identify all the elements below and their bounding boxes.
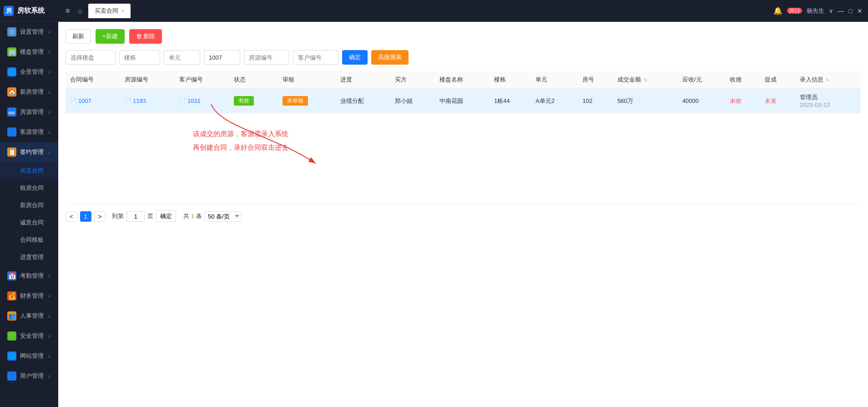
- room-filter[interactable]: [204, 50, 240, 65]
- chevron-down-icon: ∨: [48, 50, 51, 55]
- chevron-down-icon: ∨: [48, 294, 51, 299]
- chevron-down-icon: ∨: [48, 314, 51, 319]
- house-icon: 🏘: [7, 107, 16, 117]
- home-icon[interactable]: ⌂: [75, 5, 85, 16]
- hr-icon: 👥: [7, 311, 16, 321]
- sidebar-sub-item-new-contract[interactable]: 新房合同: [0, 197, 58, 214]
- sidebar-item-security[interactable]: 🛡 安全管理 ∨: [0, 326, 58, 346]
- sidebar-item-newhouse[interactable]: 🏠 新房管理 ∨: [0, 82, 58, 102]
- prev-page-button[interactable]: <: [66, 211, 77, 222]
- sidebar-item-contract[interactable]: 📋 签约管理 ∧: [0, 142, 58, 162]
- notification-icon[interactable]: 🔔: [773, 6, 782, 15]
- sidebar-item-label: 签约管理: [20, 148, 44, 156]
- annotation-text: 该成交的房源，客源需录入系统 再创建合同，录好合同双击进去: [193, 127, 288, 154]
- sidebar-sub-item-rent-contract[interactable]: 租房合同: [0, 179, 58, 197]
- annotation-line1: 该成交的房源，客源需录入系统: [193, 127, 288, 141]
- cell-buyer: 郑小姐: [390, 89, 435, 113]
- col-status: 状态: [229, 71, 278, 89]
- delete-button[interactable]: 🗑 删除: [129, 29, 162, 44]
- sidebar-sub-item-sincerity-contract[interactable]: 诚意合同: [0, 214, 58, 231]
- goto-confirm-button[interactable]: 确定: [156, 210, 176, 222]
- sidebar-item-label: 用户管理: [20, 372, 44, 380]
- rent-contract-label: 租房合同: [20, 184, 44, 192]
- website-icon: 🌐: [7, 351, 16, 361]
- progress-manage-label: 进度管理: [20, 253, 44, 261]
- settings-icon: ⚙: [7, 27, 16, 36]
- panorama-icon: 🌐: [7, 67, 16, 76]
- sidebar: 房 房软系统 ⚙ 设置管理 ∨ 🏢 楼盘管理 ∨ 🌐 全景管理 ∨ 🏠 新房管理…: [0, 0, 58, 407]
- sidebar-sub-item-buy-contract[interactable]: 买卖合同: [0, 162, 58, 179]
- sidebar-sub-item-progress-manage[interactable]: 进度管理: [0, 249, 58, 266]
- col-audit: 审核: [278, 71, 336, 89]
- house-code-filter[interactable]: [244, 50, 289, 65]
- estate-filter[interactable]: [66, 50, 116, 65]
- unit-filter[interactable]: [164, 50, 200, 65]
- cell-price: 560万: [613, 89, 678, 113]
- col-bonus: 提成: [760, 71, 795, 89]
- user-icon: 👤: [7, 371, 16, 381]
- sidebar-item-house[interactable]: 🏘 房源管理 ∨: [0, 102, 58, 122]
- page-size-select[interactable]: 50 条/页 10 条/页 20 条/页 100 条/页: [205, 211, 242, 222]
- cell-unit: A单元2: [531, 89, 578, 113]
- entry-sort-icon[interactable]: ⇅: [826, 77, 829, 82]
- collapse-icon[interactable]: ≡: [64, 5, 71, 17]
- sidebar-item-label: 客源管理: [20, 128, 44, 136]
- sidebar-item-label: 安全管理: [20, 332, 44, 340]
- sidebar-item-estate[interactable]: 🏢 楼盘管理 ∨: [0, 42, 58, 62]
- cell-house-no: 📄1193: [120, 89, 175, 113]
- user-name: 杨先生: [807, 7, 824, 15]
- advanced-search-button[interactable]: 高级搜索: [371, 50, 409, 65]
- sidebar-item-client[interactable]: 👤 客源管理 ∨: [0, 122, 58, 142]
- client-code-filter[interactable]: [293, 50, 338, 65]
- sidebar-item-settings[interactable]: ⚙ 设置管理 ∨: [0, 22, 58, 42]
- col-contract-no: 合同编号: [66, 71, 120, 89]
- tab-buy-contract[interactable]: 买卖合同 ×: [88, 4, 130, 18]
- tab-close-icon[interactable]: ×: [121, 8, 124, 14]
- refresh-button[interactable]: 刷新: [66, 29, 91, 44]
- confirm-search-button[interactable]: 确定: [342, 50, 368, 65]
- sidebar-item-attendance[interactable]: 📅 考勤管理 ∨: [0, 266, 58, 286]
- sidebar-item-finance[interactable]: 💰 财务管理 ∨: [0, 286, 58, 306]
- house-no-link[interactable]: 📄1193: [125, 97, 170, 104]
- cell-bonus: 未发: [760, 89, 795, 113]
- table-header-row: 合同编号 房源编号 客户编号 状态 审核 进度 买方 楼盘名称 楼栋 单元 房号…: [66, 71, 861, 89]
- goto-label: 到第: [112, 212, 124, 220]
- total-count: 共 1 条: [183, 212, 202, 220]
- next-page-button[interactable]: >: [94, 211, 106, 222]
- sidebar-item-label: 人事管理: [20, 312, 44, 320]
- cell-room: 102: [578, 89, 613, 113]
- page-goto-input[interactable]: [126, 211, 145, 222]
- contract-submenu: 买卖合同 租房合同 新房合同 诚意合同 合同模板 进度管理: [0, 162, 58, 266]
- user-menu-icon[interactable]: ∨: [829, 7, 833, 14]
- col-client-no: 客户编号: [175, 71, 229, 89]
- sidebar-item-label: 全景管理: [20, 68, 44, 76]
- cell-estate: 中南花园: [435, 89, 490, 113]
- sidebar-item-panorama[interactable]: 🌐 全景管理 ∨: [0, 62, 58, 82]
- cell-receivable: 40000: [678, 89, 725, 113]
- chevron-down-icon: ∨: [48, 110, 51, 115]
- cell-contract-no: 📄1007: [66, 89, 120, 113]
- add-button[interactable]: +新建: [96, 29, 125, 44]
- toolbar: 刷新 +新建 🗑 删除: [66, 29, 861, 44]
- sidebar-sub-item-contract-template[interactable]: 合同模板: [0, 231, 58, 249]
- price-sort-icon[interactable]: ⇅: [644, 77, 647, 82]
- cell-entry: 管理员 2023-03-13: [795, 89, 861, 113]
- sidebar-item-user[interactable]: 👤 用户管理 ∨: [0, 366, 58, 386]
- sidebar-logo: 房 房软系统: [0, 0, 58, 22]
- finance-icon: 💰: [7, 291, 16, 300]
- tab-label: 买卖合同: [95, 7, 118, 15]
- contract-no-link[interactable]: 📄1007: [70, 97, 116, 104]
- current-page-button[interactable]: 1: [80, 211, 91, 222]
- minimize-icon[interactable]: —: [838, 7, 844, 15]
- close-window-icon[interactable]: ✕: [857, 7, 863, 15]
- building-filter[interactable]: [119, 50, 160, 65]
- chevron-down-icon: ∨: [48, 334, 51, 339]
- sidebar-item-website[interactable]: 🌐 网站管理 ∨: [0, 346, 58, 366]
- maximize-icon[interactable]: □: [849, 7, 853, 15]
- attendance-icon: 📅: [7, 271, 16, 280]
- chevron-down-icon: ∨: [48, 30, 51, 35]
- page-unit: 页: [147, 212, 153, 220]
- estate-icon: 🏢: [7, 47, 16, 56]
- sidebar-item-hr[interactable]: 👥 人事管理 ∨: [0, 306, 58, 326]
- col-buyer: 买方: [390, 71, 435, 89]
